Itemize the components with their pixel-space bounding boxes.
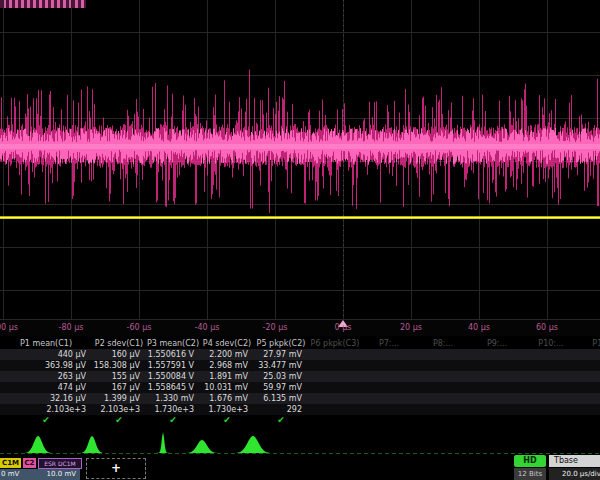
- measure-cell: 2.200 mV: [200, 349, 254, 360]
- histicon: [77, 436, 107, 453]
- channel-c1-descriptor[interactable]: C1M: [0, 458, 21, 468]
- measure-cell: [524, 360, 578, 371]
- channel-c2-descriptor[interactable]: C2: [23, 458, 36, 468]
- oscilloscope-screen: -100 µs-80 µs-60 µs-40 µs-20 µs0 µs20 µs…: [0, 0, 600, 480]
- hd-mode-badge: HD: [514, 455, 546, 467]
- measure-cell: [470, 393, 524, 404]
- measure-cell: 1.550084 V: [146, 371, 200, 382]
- add-trace-button[interactable]: +: [86, 458, 146, 479]
- measure-cell: [470, 404, 524, 415]
- status-check-icon: ✔: [200, 415, 254, 426]
- measure-cell: 59.97 mV: [254, 382, 308, 393]
- status-check-icon: ✔: [254, 415, 308, 426]
- hd-bits-label: 12 Bits: [514, 468, 546, 480]
- measure-cell: 440 µV: [0, 349, 92, 360]
- measure-cell: 1.399 µV: [92, 393, 146, 404]
- measure-cell: 1.891 mV: [200, 371, 254, 382]
- time-axis-label: -40 µs: [179, 323, 235, 332]
- measure-cell: [416, 404, 470, 415]
- timebase-descriptor[interactable]: Tbase 20.0 µs/div: [549, 455, 600, 480]
- measure-cell: [470, 371, 524, 382]
- measure-cell: [416, 360, 470, 371]
- measure-cell: [416, 349, 470, 360]
- measure-cell: [578, 349, 600, 360]
- measure-cell: [524, 349, 578, 360]
- measure-cell: [470, 382, 524, 393]
- measure-cell: 263 µV: [0, 371, 92, 382]
- measure-cell: 1.557591 V: [146, 360, 200, 371]
- measure-cell: [416, 393, 470, 404]
- tbase-title: Tbase: [549, 455, 600, 467]
- measure-cell: [524, 382, 578, 393]
- histicon: [155, 432, 171, 453]
- measure-column-header[interactable]: P3 mean(C2): [146, 338, 200, 349]
- measure-cell: [578, 404, 600, 415]
- measure-column-header[interactable]: P4 sdev(C2): [200, 338, 254, 349]
- time-axis-label: 60 µs: [519, 323, 575, 332]
- measure-cell: 27.97 mV: [254, 349, 308, 360]
- measurement-table: P1 mean(C1)P2 sdev(C1)P3 mean(C2)P4 sdev…: [0, 338, 600, 426]
- measure-cell: 1.730e+3: [200, 404, 254, 415]
- measure-column-header[interactable]: P9:...: [470, 338, 524, 349]
- measure-cell: 158.308 µV: [92, 360, 146, 371]
- status-check-icon: [362, 415, 416, 426]
- c2-scale-value: 10.0 mV: [47, 469, 76, 480]
- status-check-icon: [524, 415, 578, 426]
- measure-column-header[interactable]: P2 sdev(C1): [92, 338, 146, 349]
- measure-cell: [416, 382, 470, 393]
- channel-scale-strip: 0 mV 10.0 mV: [0, 469, 80, 480]
- measure-cell: 25.03 mV: [254, 371, 308, 382]
- measure-cell: 1.330 mV: [146, 393, 200, 404]
- measure-column-header[interactable]: P10:...: [524, 338, 578, 349]
- measure-cell: [416, 371, 470, 382]
- measure-cell: 160 µV: [92, 349, 146, 360]
- measure-column-header[interactable]: P11:...: [578, 338, 600, 349]
- measure-cell: [362, 404, 416, 415]
- measure-column-header[interactable]: P6 pkpk(C3): [308, 338, 362, 349]
- descriptor-bar: C1M C2 ESR DC1M 0 mV 10.0 mV + HD 12 Bit…: [0, 455, 600, 480]
- channel-c2-coupling-tag: ESR DC1M: [38, 458, 82, 469]
- measure-cell: [578, 382, 600, 393]
- waveform-graticule: [0, 0, 600, 320]
- measure-cell: [578, 360, 600, 371]
- measure-cell: 1.558645 V: [146, 382, 200, 393]
- plus-icon: +: [87, 461, 145, 475]
- histicon: [183, 440, 221, 453]
- measure-cell: [524, 371, 578, 382]
- status-check-icon: ✔: [0, 415, 92, 426]
- measure-cell: [578, 371, 600, 382]
- measure-cell: 292: [254, 404, 308, 415]
- histicon: [21, 436, 55, 453]
- time-axis-label: 20 µs: [383, 323, 439, 332]
- measure-cell: 10.031 mV: [200, 382, 254, 393]
- measure-cell: [470, 360, 524, 371]
- status-check-icon: [308, 415, 362, 426]
- measure-cell: [308, 382, 362, 393]
- measure-cell: [308, 371, 362, 382]
- measure-cell: [524, 404, 578, 415]
- measure-cell: [308, 349, 362, 360]
- measure-cell: [308, 360, 362, 371]
- measure-cell: 6.135 mV: [254, 393, 308, 404]
- measure-column-header[interactable]: P1 mean(C1): [0, 338, 92, 349]
- measure-cell: [362, 349, 416, 360]
- histicon: [232, 436, 274, 453]
- measure-cell: 1.730e+3: [146, 404, 200, 415]
- measure-column-header[interactable]: P5 pkpk(C2): [254, 338, 308, 349]
- time-axis-label: -60 µs: [111, 323, 167, 332]
- status-check-icon: [578, 415, 600, 426]
- measure-cell: 2.968 mV: [200, 360, 254, 371]
- time-axis-label: -100 µs: [0, 323, 31, 332]
- status-check-icon: ✔: [92, 415, 146, 426]
- measure-cell: 1.550616 V: [146, 349, 200, 360]
- measure-cell: [470, 349, 524, 360]
- measure-cell: [362, 382, 416, 393]
- measure-column-header[interactable]: P8:...: [416, 338, 470, 349]
- status-check-icon: [416, 415, 470, 426]
- measure-column-header[interactable]: P7:...: [362, 338, 416, 349]
- measure-cell: [362, 393, 416, 404]
- time-axis-label: 0 µs: [315, 323, 371, 332]
- measure-cell: 33.477 mV: [254, 360, 308, 371]
- measure-cell: 167 µV: [92, 382, 146, 393]
- measure-cell: 155 µV: [92, 371, 146, 382]
